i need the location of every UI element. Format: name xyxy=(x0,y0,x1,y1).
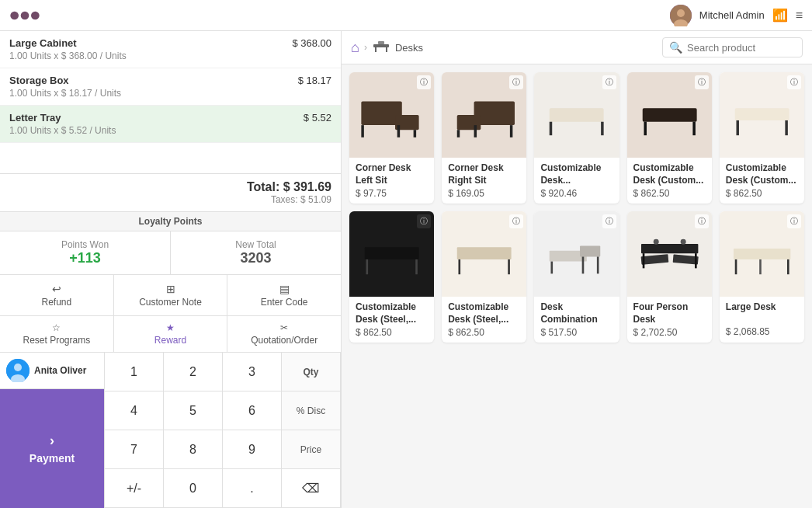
quotation-order-button[interactable]: ✂ Quotation/Order xyxy=(227,316,341,352)
reward-button[interactable]: ★ Reward xyxy=(114,316,228,352)
order-item[interactable]: Storage Box $ 18.17 1.00 Units x $ 18.17… xyxy=(0,68,341,106)
product-details: Customizable Desk... $ 920.46 xyxy=(534,158,619,204)
numpad-9[interactable]: 9 xyxy=(223,430,282,469)
customer-payment: Anita Oliver › Payment xyxy=(0,353,105,508)
svg-point-48 xyxy=(653,239,658,245)
numpad: 1 2 3 Qty 4 5 6 % Disc 7 8 9 Price +/- 0… xyxy=(105,353,341,508)
svg-point-0 xyxy=(10,11,19,19)
product-price: $ 169.05 xyxy=(448,188,520,199)
numpad-backspace[interactable]: ⌫ xyxy=(282,469,341,508)
payment-chevron-icon: › xyxy=(50,433,54,449)
svg-rect-21 xyxy=(474,125,477,137)
product-card[interactable]: ⓘ Corner Desk Right Sit $ 169.05 xyxy=(442,72,526,204)
order-item[interactable]: Large Cabinet $ 368.00 1.00 Units x $ 36… xyxy=(0,31,341,68)
product-details: Customizable Desk (Custom... $ 862.50 xyxy=(627,158,712,204)
product-card[interactable]: ⓘ Customizable Desk... $ 920.46 xyxy=(534,72,619,204)
svg-rect-41 xyxy=(582,257,585,274)
right-panel: ⌂ › Desks 🔍 xyxy=(342,31,812,508)
numpad-8[interactable]: 8 xyxy=(164,430,223,469)
svg-rect-23 xyxy=(550,108,604,121)
numpad-qty[interactable]: Qty xyxy=(282,353,341,391)
numpad-dot[interactable]: . xyxy=(223,469,282,508)
order-item[interactable]: Letter Tray $ 5.52 1.00 Units x $ 5.52 /… xyxy=(0,106,341,143)
customer-note-button[interactable]: ⊞ Customer Note xyxy=(114,275,228,315)
svg-rect-40 xyxy=(551,262,553,274)
product-details: Customizable Desk (Custom... $ 862.50 xyxy=(720,158,804,204)
reset-star-icon: ☆ xyxy=(52,322,61,333)
svg-rect-37 xyxy=(508,259,510,274)
product-card[interactable]: ⓘ Customizable Desk (Steel,... $ 862.50 xyxy=(349,211,434,343)
numpad-disc[interactable]: % Disc xyxy=(282,391,341,430)
product-card[interactable]: ⓘ Customizable Desk (Steel,... $ 862.50 xyxy=(442,211,526,343)
svg-rect-15 xyxy=(361,125,363,137)
numpad-0[interactable]: 0 xyxy=(164,469,223,508)
loyalty-new-total: New Total 3203 xyxy=(171,231,341,274)
refund-button[interactable]: ↩ Refund xyxy=(0,275,114,315)
reset-programs-label: Reset Programs xyxy=(23,335,90,346)
numpad-plusminus[interactable]: +/- xyxy=(105,469,164,508)
info-badge[interactable]: ⓘ xyxy=(695,75,709,89)
numpad-2[interactable]: 2 xyxy=(164,353,223,391)
product-price: $ 862.50 xyxy=(356,327,428,338)
svg-rect-46 xyxy=(642,253,644,268)
info-badge[interactable]: ⓘ xyxy=(787,75,801,89)
odoo-logo[interactable] xyxy=(9,6,40,25)
product-details: Customizable Desk (Steel,... $ 862.50 xyxy=(442,297,526,343)
info-badge[interactable]: ⓘ xyxy=(787,214,801,228)
enter-code-label: Enter Code xyxy=(261,297,308,308)
product-card[interactable]: ⓘ Desk Combination $ 517.50 xyxy=(534,211,619,343)
item-detail: 1.00 Units x $ 18.17 / Units xyxy=(9,88,331,99)
left-panel: Large Cabinet $ 368.00 1.00 Units x $ 36… xyxy=(0,31,342,508)
customer-note-label: Customer Note xyxy=(139,297,202,308)
svg-rect-22 xyxy=(457,130,460,137)
info-badge[interactable]: ⓘ xyxy=(417,75,431,89)
total-area: Total: $ 391.69 Taxes: $ 51.09 xyxy=(0,173,341,211)
product-card[interactable]: ⓘ Corner Desk Left Sit $ 97.75 xyxy=(349,72,434,204)
info-badge[interactable]: ⓘ xyxy=(417,214,431,228)
numpad-price[interactable]: Price xyxy=(282,430,341,469)
product-card[interactable]: ⓘ Large Desk $ 2,068.85 xyxy=(720,211,804,343)
search-box: 🔍 xyxy=(662,37,803,57)
reward-label: Reward xyxy=(154,335,186,346)
numpad-7[interactable]: 7 xyxy=(105,430,164,469)
item-price: $ 5.52 xyxy=(304,112,331,124)
svg-rect-33 xyxy=(366,259,368,274)
numpad-1[interactable]: 1 xyxy=(105,353,164,391)
product-name: Customizable Desk (Steel,... xyxy=(448,301,520,325)
svg-rect-25 xyxy=(601,122,603,135)
refund-icon: ↩ xyxy=(52,283,61,295)
info-badge[interactable]: ⓘ xyxy=(602,214,616,228)
svg-point-1 xyxy=(21,11,29,19)
product-card[interactable]: ⓘ Customizable Desk (Custom... $ 862.50 xyxy=(720,72,804,204)
barcode-icon: ▤ xyxy=(279,283,290,295)
info-badge[interactable]: ⓘ xyxy=(509,214,523,228)
product-card[interactable]: ⓘ Four Person Desk $ 2,702.50 xyxy=(627,211,712,343)
product-price: $ 920.46 xyxy=(540,188,612,199)
order-items: Large Cabinet $ 368.00 1.00 Units x $ 36… xyxy=(0,31,341,173)
info-badge[interactable]: ⓘ xyxy=(695,214,709,228)
numpad-3[interactable]: 3 xyxy=(223,353,282,391)
numpad-5[interactable]: 5 xyxy=(164,391,223,430)
breadcrumb-separator: › xyxy=(364,42,367,53)
info-badge[interactable]: ⓘ xyxy=(509,75,523,89)
item-name: Storage Box xyxy=(9,75,69,86)
numpad-4[interactable]: 4 xyxy=(105,391,164,430)
product-image: ⓘ xyxy=(720,211,804,297)
svg-rect-42 xyxy=(597,257,599,274)
svg-rect-17 xyxy=(414,130,416,137)
payment-label: Payment xyxy=(29,452,75,465)
avatar xyxy=(670,5,692,26)
home-button[interactable]: ⌂ xyxy=(351,40,359,56)
customer-info[interactable]: Anita Oliver xyxy=(0,353,104,389)
payment-button[interactable]: › Payment xyxy=(0,389,104,508)
menu-icon[interactable]: ≡ xyxy=(796,9,803,23)
numpad-6[interactable]: 6 xyxy=(223,391,282,430)
search-input[interactable] xyxy=(687,42,796,54)
enter-code-button[interactable]: ▤ Enter Code xyxy=(227,275,341,315)
product-price: $ 862.50 xyxy=(726,188,798,199)
reset-programs-button[interactable]: ☆ Reset Programs xyxy=(0,316,114,352)
product-card[interactable]: ⓘ Customizable Desk (Custom... $ 862.50 xyxy=(627,72,712,204)
svg-rect-44 xyxy=(640,254,668,264)
info-badge[interactable]: ⓘ xyxy=(602,75,616,89)
svg-rect-53 xyxy=(759,259,762,274)
